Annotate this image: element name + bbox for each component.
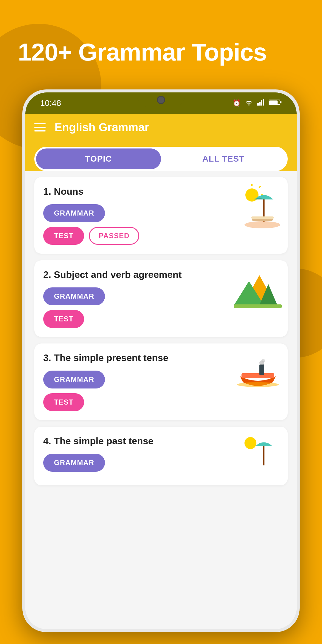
content-area: 1. Nouns	[25, 171, 297, 629]
boat-illustration	[234, 349, 282, 397]
test-btn-present-tense[interactable]: TEST	[43, 393, 84, 411]
topic-card-past-tense: 4. The simple past tense GRAMMAR	[34, 427, 288, 485]
test-btn-subject-verb[interactable]: TEST	[43, 310, 84, 328]
app-title: English Grammar	[55, 121, 149, 134]
passed-badge-nouns: PASSED	[89, 227, 139, 245]
grammar-btn-nouns[interactable]: GRAMMAR	[43, 204, 105, 222]
svg-rect-1	[259, 102, 261, 106]
page-heading: 120+ Grammar Topics	[18, 39, 304, 66]
svg-line-9	[259, 186, 261, 188]
grammar-btn-subject-verb[interactable]: GRAMMAR	[43, 287, 105, 305]
test-btn-nouns[interactable]: TEST	[43, 227, 84, 245]
svg-point-22	[261, 359, 265, 363]
alarm-icon: ⏰	[233, 99, 241, 107]
svg-rect-0	[257, 103, 259, 106]
menu-icon[interactable]	[34, 123, 46, 131]
topic-card-subject-verb: 2. Subject and verb agreement	[34, 260, 288, 337]
beach2-illustration	[234, 433, 282, 480]
battery-icon	[269, 99, 282, 107]
topic-card-nouns: 1. Nouns	[34, 177, 288, 254]
svg-rect-19	[242, 373, 274, 378]
phone-inner: 10:48 ⏰	[25, 92, 297, 629]
status-time: 10:48	[40, 98, 61, 108]
app-bar: English Grammar	[25, 114, 297, 141]
topic-card-present-tense: 3. The simple present tense	[34, 343, 288, 420]
phone-mockup: 10:48 ⏰	[22, 89, 300, 632]
tab-bar: TOPIC ALL TEST	[25, 141, 297, 171]
camera-notch	[157, 96, 165, 104]
tab-topic[interactable]: TOPIC	[36, 148, 161, 169]
svg-point-14	[244, 221, 280, 228]
hamburger-line-1	[34, 123, 46, 124]
svg-point-24	[244, 437, 256, 449]
svg-rect-3	[263, 99, 264, 106]
wifi-icon	[245, 99, 253, 107]
tab-all-test[interactable]: ALL TEST	[161, 148, 286, 169]
svg-rect-13	[251, 216, 274, 219]
mountains-illustration	[234, 266, 282, 314]
grammar-btn-present-tense[interactable]: GRAMMAR	[43, 371, 105, 388]
svg-rect-20	[259, 364, 264, 375]
svg-point-7	[245, 188, 258, 202]
hamburger-line-2	[34, 127, 46, 128]
grammar-btn-past-tense[interactable]: GRAMMAR	[43, 454, 105, 472]
svg-rect-6	[280, 101, 281, 103]
beach-illustration	[234, 183, 282, 231]
hamburger-line-3	[34, 130, 46, 131]
svg-rect-18	[234, 304, 282, 308]
svg-rect-2	[261, 100, 262, 106]
svg-rect-5	[269, 100, 278, 104]
signal-icon	[257, 99, 264, 107]
status-icons: ⏰	[233, 99, 282, 107]
tab-container: TOPIC ALL TEST	[34, 147, 288, 171]
status-bar: 10:48 ⏰	[25, 92, 297, 114]
notch	[137, 92, 185, 107]
svg-point-23	[237, 382, 279, 387]
